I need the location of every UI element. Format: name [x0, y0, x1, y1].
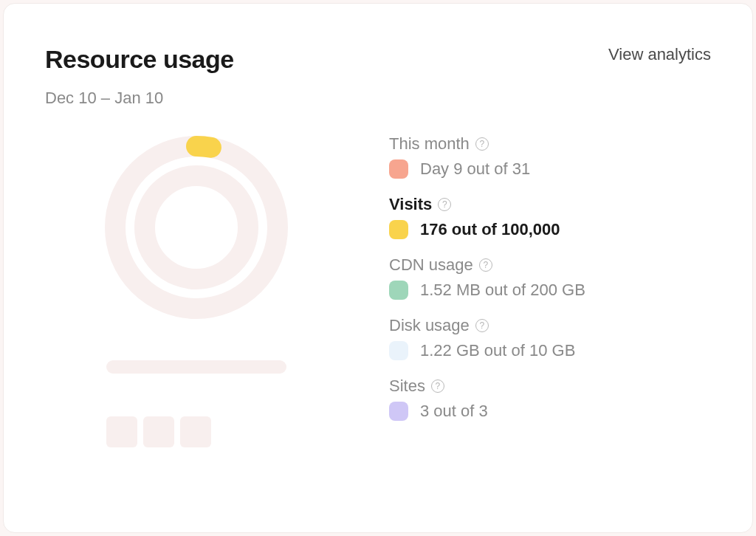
legend-label: Visits — [389, 195, 432, 214]
legend-swatch — [389, 159, 408, 179]
legend-value: 176 out of 100,000 — [420, 220, 560, 239]
help-icon[interactable]: ? — [475, 319, 489, 332]
legend-swatch — [389, 402, 408, 421]
card-body: This month ? Day 9 out of 31 Visits ? 17… — [45, 134, 711, 447]
skeleton-square — [106, 416, 137, 447]
legend-swatch — [389, 341, 408, 360]
usage-ring-chart — [103, 134, 289, 320]
card-header: Resource usage View analytics — [45, 45, 711, 74]
legend: This month ? Day 9 out of 31 Visits ? 17… — [389, 134, 711, 447]
legend-label: Sites — [389, 377, 425, 396]
help-icon[interactable]: ? — [479, 258, 492, 272]
legend-label: This month — [389, 134, 470, 154]
legend-item-sites[interactable]: Sites ? 3 out of 3 — [389, 377, 711, 421]
skeleton-squares — [106, 416, 286, 447]
page-title: Resource usage — [45, 45, 234, 74]
help-icon[interactable]: ? — [475, 137, 489, 151]
legend-value: 1.22 GB out of 10 GB — [420, 341, 575, 360]
view-analytics-link[interactable]: View analytics — [608, 45, 711, 64]
legend-item-visits[interactable]: Visits ? 176 out of 100,000 — [389, 195, 711, 239]
help-icon[interactable]: ? — [431, 379, 444, 393]
skeleton-square — [143, 416, 174, 447]
legend-swatch — [389, 220, 408, 239]
legend-value: 3 out of 3 — [420, 402, 488, 421]
legend-value: 1.52 MB out of 200 GB — [420, 281, 585, 300]
legend-label: CDN usage — [389, 255, 473, 275]
chart-column — [45, 134, 348, 447]
date-range: Dec 10 – Jan 10 — [45, 89, 711, 108]
resource-usage-card: Resource usage View analytics Dec 10 – J… — [3, 3, 753, 533]
help-icon[interactable]: ? — [438, 198, 451, 211]
legend-label: Disk usage — [389, 316, 470, 335]
legend-item-this-month[interactable]: This month ? Day 9 out of 31 — [389, 134, 711, 179]
skeleton-square — [180, 416, 211, 447]
legend-swatch — [389, 281, 408, 300]
legend-item-disk-usage[interactable]: Disk usage ? 1.22 GB out of 10 GB — [389, 316, 711, 360]
svg-point-1 — [145, 176, 248, 279]
legend-value: Day 9 out of 31 — [420, 159, 530, 179]
legend-item-cdn-usage[interactable]: CDN usage ? 1.52 MB out of 200 GB — [389, 255, 711, 300]
skeleton-bar — [106, 360, 286, 374]
